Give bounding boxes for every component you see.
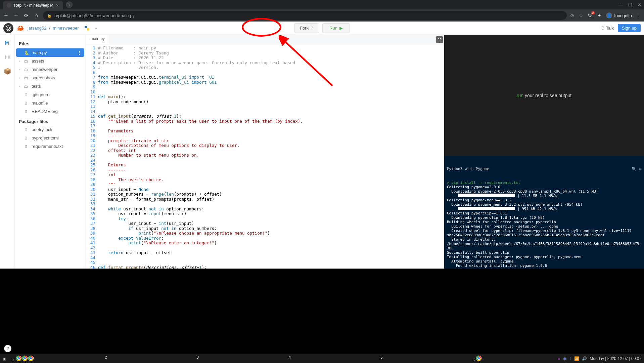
line-gutter: 1234567891011121314151617181920212223242… xyxy=(86,44,98,269)
forward-icon[interactable]: → xyxy=(13,12,19,18)
expand-icon[interactable]: ⛶ xyxy=(436,36,443,43)
eye-off-icon[interactable]: ⊘ xyxy=(570,13,574,18)
minimize-icon[interactable]: — xyxy=(618,2,623,7)
files-rail-icon[interactable]: 🗎 xyxy=(4,40,10,47)
file-item-assets[interactable]: ›🗀assets xyxy=(16,57,84,65)
code-editor[interactable]: 1234567891011121314151617181920212223242… xyxy=(86,44,444,269)
file-item-main-py[interactable]: 🐍main.py⋮ xyxy=(16,48,84,57)
help-button[interactable]: ? xyxy=(4,345,11,352)
file-item-minesweeper[interactable]: ›🗀minesweeper xyxy=(16,65,84,74)
terminal-pane[interactable]: Python3 with Pygame 🔍 ▭ > pip install -r… xyxy=(444,156,644,269)
fork-icon: ⑂ xyxy=(311,26,313,31)
workspace-2[interactable]: 2 xyxy=(98,355,190,362)
browser-chrome: Repl.it - minesweeper ✕ + — ❐ ✕ ← → ⟳ ⌂ … xyxy=(0,0,644,22)
svg-point-16 xyxy=(477,357,480,360)
signup-button[interactable]: Sign up xyxy=(618,24,641,32)
people-icon: ⚇ xyxy=(601,26,605,31)
url-input[interactable]: 🔒 repl.it/@jatsang52/minesweeper#main.py xyxy=(43,11,567,20)
svg-point-1 xyxy=(7,27,10,30)
crab-icon: 🦀 xyxy=(17,25,24,32)
svg-point-10 xyxy=(24,357,26,360)
run-link[interactable]: run xyxy=(517,93,523,98)
file-item-tests[interactable]: ›🗀tests xyxy=(16,82,84,90)
volume-icon[interactable]: 🔊 xyxy=(582,356,587,361)
ide-main: 🗎 ⛁ 📦 Files 🐍main.py⋮›🗀assets›🗀minesweep… xyxy=(0,35,644,269)
close-window-icon[interactable]: ✕ xyxy=(638,2,641,7)
dropbox-icon[interactable]: ⧈ xyxy=(558,356,560,361)
packager-item-poetry-lock[interactable]: 🗎poetry.lock xyxy=(16,125,84,134)
tab-favicon xyxy=(7,3,11,8)
file-sidebar: Files 🐍main.py⋮›🗀assets›🗀minesweeper›🗀sc… xyxy=(15,35,86,269)
star-icon[interactable]: ☆ xyxy=(579,13,583,18)
editor-area: main.py ⛶ 123456789101112131415161718192… xyxy=(86,35,444,269)
search-icon[interactable]: 🔍 xyxy=(632,167,636,171)
wifi-icon[interactable]: 📶 xyxy=(574,356,579,361)
fork-button[interactable]: Fork ⑂ xyxy=(294,23,319,33)
address-bar: ← → ⟳ ⌂ 🔒 repl.it/@jatsang52/minesweeper… xyxy=(0,9,644,22)
packager-item-requirements-txt[interactable]: 🗎requirements.txt xyxy=(16,142,84,151)
discord-icon[interactable]: ◉ xyxy=(563,356,566,361)
puzzle-icon[interactable]: ✦ xyxy=(597,13,601,18)
chevron-down-icon[interactable]: ⌄ xyxy=(94,26,97,30)
packager-heading: Packager files xyxy=(16,116,84,125)
svg-point-7 xyxy=(17,357,20,360)
reload-icon[interactable]: ⟳ xyxy=(23,12,30,19)
tab-title: Repl.it - minesweeper xyxy=(14,3,53,8)
editor-tab-main[interactable]: main.py xyxy=(86,35,110,44)
workspace-1[interactable]: 1 xyxy=(6,355,98,362)
bluetooth-icon[interactable]: ᛒ xyxy=(569,356,571,361)
database-rail-icon[interactable]: ⛁ xyxy=(5,53,10,61)
svg-rect-3 xyxy=(87,28,89,31)
talk-button[interactable]: ⚇ Talk xyxy=(601,26,614,31)
output-pane: run your repl to see output xyxy=(444,35,644,156)
browser-tab[interactable]: Repl.it - minesweeper ✕ xyxy=(3,1,63,9)
incognito-badge: 👤 Incognito xyxy=(606,12,632,18)
extensions-area: ⊘ ☆ 🛡2 ✦ 👤 Incognito ⋮ xyxy=(570,12,641,18)
breadcrumb-user[interactable]: jatsang52 xyxy=(28,26,46,31)
replit-logo[interactable] xyxy=(3,23,13,33)
svg-point-13 xyxy=(30,357,32,360)
close-icon[interactable]: ✕ xyxy=(56,3,59,8)
python-icon xyxy=(84,26,90,31)
package-rail-icon[interactable]: 📦 xyxy=(4,68,11,75)
taskbar: ▣ 1 2 3 4 5 6 ⧈ ◉ ᛒ 📶 🔊 Monday | 2020-12… xyxy=(0,354,644,363)
right-panel: run your repl to see output Python3 with… xyxy=(444,35,644,269)
window-controls: — ❐ ✕ xyxy=(618,2,641,7)
workspace-5[interactable]: 5 xyxy=(374,355,466,362)
run-button[interactable]: Run ▶ xyxy=(322,23,350,33)
editor-tabs: main.py ⛶ xyxy=(86,35,444,44)
svg-rect-2 xyxy=(85,26,87,28)
workspace-3[interactable]: 3 xyxy=(190,355,282,362)
new-tab-button[interactable]: + xyxy=(66,1,73,8)
breadcrumb: jatsang52 / minesweeper xyxy=(28,26,79,31)
file-item-screenshots[interactable]: ›🗀screenshots xyxy=(16,74,84,82)
terminal-title: Python3 with Pygame xyxy=(447,167,489,171)
terminal-settings-icon[interactable]: ▭ xyxy=(639,167,641,171)
file-item-makefile[interactable]: 🗎makefile xyxy=(16,99,84,107)
incognito-icon: 👤 xyxy=(606,12,612,18)
url-text: repl.it/@jatsang52/minesweeper#main.py xyxy=(54,13,135,18)
file-item-README-org[interactable]: 🗎README.org xyxy=(16,107,84,116)
lock-icon: 🔒 xyxy=(47,13,52,18)
svg-point-0 xyxy=(6,26,11,31)
play-icon: ▶ xyxy=(339,26,343,31)
replit-header: 🦀 jatsang52 / minesweeper ⌄ Fork ⑂ Run ▶… xyxy=(0,22,644,35)
packager-item-pyproject-toml[interactable]: 🗎pyproject.toml xyxy=(16,134,84,142)
maximize-icon[interactable]: ❐ xyxy=(628,2,632,7)
tab-bar: Repl.it - minesweeper ✕ + — ❐ ✕ xyxy=(0,0,644,9)
code-content[interactable]: # Filename : main.py# Author : Jeremy Ts… xyxy=(98,44,444,269)
activity-rail: 🗎 ⛁ 📦 xyxy=(0,35,15,269)
clock: Monday | 2020-12-07 | 00:07 xyxy=(590,356,641,361)
workspace-4[interactable]: 4 xyxy=(282,355,374,362)
menu-icon[interactable]: ⋮ xyxy=(637,13,641,18)
file-item--gitignore[interactable]: 🗎.gitignore xyxy=(16,90,84,99)
back-icon[interactable]: ← xyxy=(3,12,9,18)
home-icon[interactable]: ⌂ xyxy=(33,12,40,18)
ublock-icon[interactable]: 🛡2 xyxy=(588,13,593,18)
terminal-taskbar-icon[interactable]: ▣ xyxy=(3,357,6,361)
breadcrumb-repo[interactable]: minesweeper xyxy=(53,26,79,31)
workspace-6[interactable]: 6 xyxy=(466,355,558,362)
files-heading: Files xyxy=(16,39,84,48)
